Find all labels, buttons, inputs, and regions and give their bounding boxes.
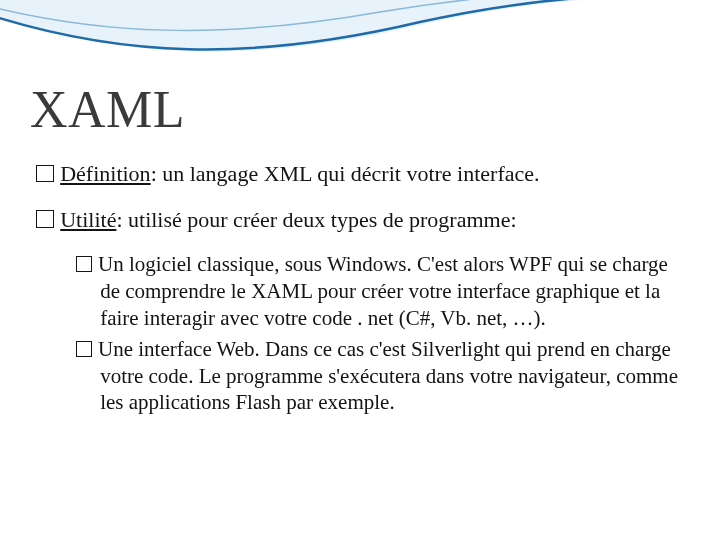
bullet-text: : utilisé pour créer deux types de progr… xyxy=(116,207,516,232)
sub-bullet-silverlight: Une interface Web. Dans ce cas c'est Sil… xyxy=(76,336,680,417)
slide: XAML Définition: un langage XML qui décr… xyxy=(0,0,720,540)
sub-bullet-text: Un logiciel classique, sous Windows. C'e… xyxy=(98,252,668,330)
square-bullet-icon xyxy=(76,341,92,357)
sub-bullet-wpf: Un logiciel classique, sous Windows. C'e… xyxy=(76,251,680,332)
square-bullet-icon xyxy=(76,256,92,272)
slide-body: Définition: un langage XML qui décrit vo… xyxy=(36,160,680,420)
square-bullet-icon xyxy=(36,165,54,183)
bullet-definition: Définition: un langage XML qui décrit vo… xyxy=(36,160,680,188)
bullet-label: Utilité xyxy=(60,207,116,232)
bullet-text: : un langage XML qui décrit votre interf… xyxy=(151,161,540,186)
bullet-label: Définition xyxy=(60,161,150,186)
slide-title: XAML xyxy=(30,80,185,139)
decorative-swoosh xyxy=(0,0,720,80)
sub-bullets: Un logiciel classique, sous Windows. C'e… xyxy=(76,251,680,416)
bullet-utilite: Utilité: utilisé pour créer deux types d… xyxy=(36,206,680,234)
square-bullet-icon xyxy=(36,210,54,228)
sub-bullet-text: Une interface Web. Dans ce cas c'est Sil… xyxy=(98,337,678,415)
